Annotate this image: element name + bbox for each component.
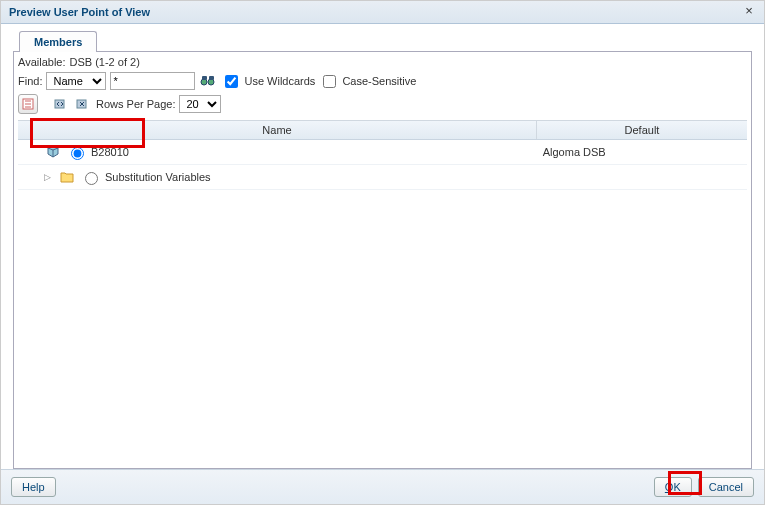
row-default [537, 174, 747, 180]
row-default: Algoma DSB [537, 143, 747, 161]
settings-icon[interactable] [18, 94, 38, 114]
case-sensitive-label: Case-Sensitive [342, 75, 416, 87]
row-radio[interactable] [71, 147, 84, 160]
toolbar-row: Rows Per Page: 20 [18, 94, 747, 114]
find-input[interactable] [110, 72, 195, 90]
close-icon[interactable]: × [742, 5, 756, 19]
find-label: Find: [18, 75, 42, 87]
available-label: Available: [18, 56, 66, 68]
title-bar: Preview User Point of View × [1, 1, 764, 24]
column-header-name[interactable]: Name [18, 121, 536, 139]
tab-strip: Members [19, 30, 752, 51]
binoculars-icon[interactable] [199, 72, 217, 90]
column-header-default[interactable]: Default [536, 121, 747, 139]
use-wildcards-checkbox[interactable] [225, 75, 238, 88]
dialog-footer: Help OK Cancel [1, 469, 764, 504]
rows-per-page-select[interactable]: 20 [179, 95, 221, 113]
members-panel: Available: DSB (1-2 of 2) Find: Name Use… [13, 51, 752, 469]
help-button[interactable]: Help [11, 477, 56, 497]
table-row[interactable]: ▷ Substitution Variables [18, 165, 747, 190]
available-row: Available: DSB (1-2 of 2) [18, 56, 747, 68]
expand-arrow-icon[interactable]: ▷ [44, 172, 54, 182]
svg-rect-3 [209, 76, 214, 80]
row-label: Substitution Variables [105, 171, 211, 183]
dialog-title: Preview User Point of View [9, 6, 150, 18]
members-table: Name Default B28010 Algoma DSB [18, 120, 747, 466]
available-value: DSB (1-2 of 2) [70, 56, 140, 68]
table-header: Name Default [18, 121, 747, 140]
folder-icon [58, 168, 76, 186]
svg-rect-2 [202, 76, 207, 80]
row-radio[interactable] [85, 172, 98, 185]
cancel-button[interactable]: Cancel [698, 477, 754, 497]
expand-all-icon[interactable] [74, 95, 92, 113]
tab-members[interactable]: Members [19, 31, 97, 52]
find-row: Find: Name Use Wildcards Case-Sensitive [18, 72, 747, 90]
collapse-all-icon[interactable] [52, 95, 70, 113]
rows-per-page-label: Rows Per Page: [96, 98, 175, 110]
row-label: B28010 [91, 146, 129, 158]
find-field-select[interactable]: Name [46, 72, 106, 90]
use-wildcards-label: Use Wildcards [244, 75, 315, 87]
case-sensitive-checkbox[interactable] [323, 75, 336, 88]
table-row[interactable]: B28010 Algoma DSB [18, 140, 747, 165]
cube-icon [44, 143, 62, 161]
ok-button[interactable]: OK [654, 477, 692, 497]
